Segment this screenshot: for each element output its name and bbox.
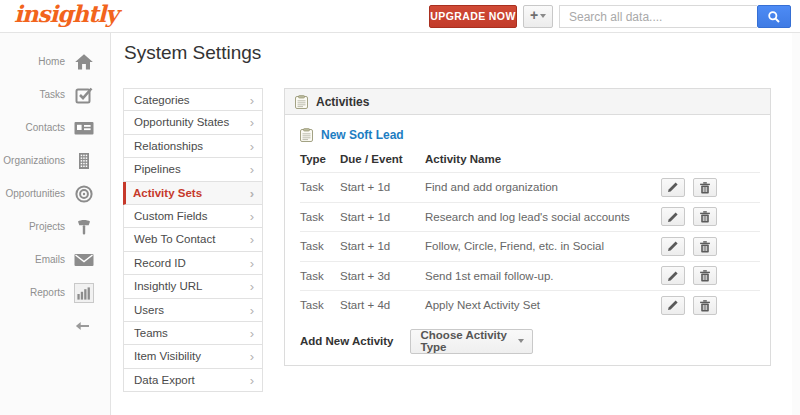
clipboard-icon bbox=[300, 128, 313, 142]
menu-item-data-export[interactable]: Data Export › bbox=[123, 369, 263, 392]
insightly-logo: insightly bbox=[14, 0, 118, 27]
page-title: System Settings bbox=[124, 42, 261, 64]
search-button[interactable] bbox=[757, 5, 791, 28]
quick-add-button[interactable]: + bbox=[523, 5, 553, 28]
chevron-right-icon: › bbox=[250, 182, 254, 205]
cell-type: Task bbox=[300, 211, 340, 223]
chevron-right-icon: › bbox=[250, 299, 254, 322]
edit-button[interactable] bbox=[661, 266, 685, 285]
dropdown-value: Choose Activity Type bbox=[421, 329, 516, 353]
activity-set-name: New Soft Lead bbox=[321, 128, 404, 142]
add-new-activity-row: Add New Activity Choose Activity Type bbox=[300, 329, 770, 354]
menu-item-label: Custom Fields bbox=[134, 210, 208, 222]
sidebar-item-emails[interactable]: Emails bbox=[0, 243, 110, 276]
table-row: Task Start + 3d Send 1st email follow-up… bbox=[300, 261, 760, 291]
left-arrow-icon bbox=[74, 319, 90, 333]
menu-item-web-to-contact[interactable]: Web To Contact › bbox=[123, 228, 263, 251]
sidebar-label: Tasks bbox=[39, 89, 65, 100]
menu-item-label: Categories bbox=[134, 94, 190, 106]
menu-item-label: Activity Sets bbox=[133, 187, 202, 199]
sidebar-label: Organizations bbox=[3, 155, 65, 166]
menu-item-users[interactable]: Users › bbox=[123, 299, 263, 322]
menu-item-label: Users bbox=[134, 304, 164, 316]
pencil-icon bbox=[667, 270, 679, 282]
delete-button[interactable] bbox=[693, 178, 717, 197]
chevron-right-icon: › bbox=[250, 228, 254, 251]
projects-icon bbox=[74, 217, 94, 237]
menu-item-label: Record ID bbox=[134, 257, 186, 269]
activity-set-link[interactable]: New Soft Lead bbox=[300, 128, 770, 142]
cell-type: Task bbox=[300, 240, 340, 252]
reports-icon bbox=[74, 283, 94, 303]
sidebar-item-organizations[interactable]: Organizations bbox=[0, 144, 110, 177]
menu-item-label: Opportunity States bbox=[134, 116, 229, 128]
home-icon bbox=[74, 52, 94, 72]
delete-button[interactable] bbox=[693, 266, 717, 285]
pencil-icon bbox=[667, 211, 679, 223]
menu-item-custom-fields[interactable]: Custom Fields › bbox=[123, 205, 263, 228]
upgrade-now-button[interactable]: UPGRADE NOW bbox=[429, 5, 517, 28]
sidebar-item-tasks[interactable]: Tasks bbox=[0, 78, 110, 111]
menu-item-item-visibility[interactable]: Item Visibility › bbox=[123, 345, 263, 368]
chevron-right-icon: › bbox=[250, 252, 254, 275]
settings-menu: Categories › Opportunity States › Relati… bbox=[123, 88, 263, 392]
edit-button[interactable] bbox=[661, 207, 685, 226]
sidebar-label: Emails bbox=[35, 254, 65, 265]
sidebar-label: Projects bbox=[29, 221, 65, 232]
chevron-right-icon: › bbox=[250, 345, 254, 368]
main-content: System Settings Categories › Opportunity… bbox=[110, 33, 792, 415]
contacts-icon bbox=[74, 118, 94, 138]
top-bar: insightly UPGRADE NOW + bbox=[0, 0, 800, 33]
menu-item-categories[interactable]: Categories › bbox=[123, 88, 263, 111]
trash-icon bbox=[699, 299, 711, 312]
activities-panel-body: New Soft Lead Type Due / Event Activity … bbox=[285, 128, 770, 354]
organizations-icon bbox=[74, 151, 94, 171]
chevron-right-icon: › bbox=[250, 111, 254, 134]
sidebar-label: Contacts bbox=[26, 122, 65, 133]
chevron-right-icon: › bbox=[250, 322, 254, 345]
menu-item-teams[interactable]: Teams › bbox=[123, 322, 263, 345]
menu-item-pipelines[interactable]: Pipelines › bbox=[123, 158, 263, 181]
sidebar-item-opportunities[interactable]: Opportunities bbox=[0, 177, 110, 210]
cell-due: Start + 1d bbox=[340, 181, 425, 193]
plus-icon: + bbox=[530, 7, 538, 23]
menu-item-label: Web To Contact bbox=[134, 233, 215, 245]
trash-icon bbox=[699, 210, 711, 223]
menu-item-insightly-url[interactable]: Insightly URL › bbox=[123, 275, 263, 298]
activities-panel-header: Activities bbox=[285, 89, 770, 115]
menu-item-label: Data Export bbox=[134, 374, 195, 386]
menu-item-activity-sets[interactable]: Activity Sets › bbox=[123, 182, 263, 205]
edit-button[interactable] bbox=[661, 178, 685, 197]
edit-button[interactable] bbox=[661, 296, 685, 315]
add-new-activity-label: Add New Activity bbox=[300, 335, 394, 347]
sidebar-item-contacts[interactable]: Contacts bbox=[0, 111, 110, 144]
choose-activity-type-dropdown[interactable]: Choose Activity Type bbox=[410, 329, 533, 354]
delete-button[interactable] bbox=[693, 237, 717, 256]
menu-item-record-id[interactable]: Record ID › bbox=[123, 252, 263, 275]
sidebar-item-home[interactable]: Home bbox=[0, 45, 110, 78]
cell-type: Task bbox=[300, 181, 340, 193]
delete-button[interactable] bbox=[693, 296, 717, 315]
col-due-event: Due / Event bbox=[340, 153, 425, 165]
table-row: Task Start + 1d Research and log lead's … bbox=[300, 202, 760, 232]
menu-item-opportunity-states[interactable]: Opportunity States › bbox=[123, 111, 263, 134]
emails-icon bbox=[74, 250, 94, 270]
menu-item-relationships[interactable]: Relationships › bbox=[123, 135, 263, 158]
delete-button[interactable] bbox=[693, 207, 717, 226]
collapse-sidebar-button[interactable] bbox=[0, 309, 110, 342]
edit-button[interactable] bbox=[661, 237, 685, 256]
search-input[interactable] bbox=[559, 5, 757, 28]
menu-item-label: Insightly URL bbox=[134, 280, 202, 292]
table-row: Task Start + 4d Apply Next Activity Set bbox=[300, 290, 760, 320]
trash-icon bbox=[699, 181, 711, 194]
sidebar-item-reports[interactable]: Reports bbox=[0, 276, 110, 309]
sidebar-item-projects[interactable]: Projects bbox=[0, 210, 110, 243]
cell-type: Task bbox=[300, 299, 340, 311]
row-actions bbox=[655, 237, 760, 256]
chevron-right-icon: › bbox=[250, 369, 254, 392]
table-header: Type Due / Event Activity Name bbox=[285, 153, 770, 172]
pencil-icon bbox=[667, 240, 679, 252]
pencil-icon bbox=[667, 181, 679, 193]
sidebar-label: Reports bbox=[30, 287, 65, 298]
chevron-right-icon: › bbox=[250, 205, 254, 228]
